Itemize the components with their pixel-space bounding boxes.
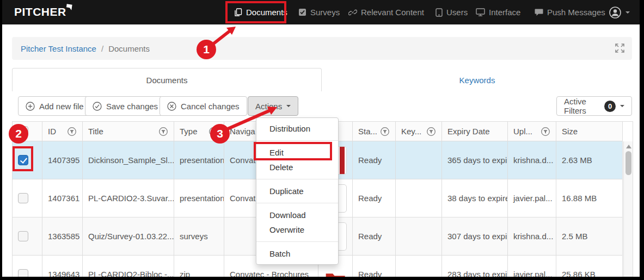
nav-item-relevant-content[interactable]: Relevant Content: [348, 0, 424, 24]
header-uploader[interactable]: Upl...: [508, 122, 556, 141]
breadcrumb-root-link[interactable]: Pitcher Test Instance: [21, 44, 96, 53]
nav-label: Surveys: [310, 8, 340, 17]
nav-item-push-messages[interactable]: Push Messages: [535, 0, 605, 24]
zip-folder-icon: [325, 269, 347, 278]
chevron-down-icon: [286, 105, 291, 107]
menu-item-batch[interactable]: Batch: [256, 246, 338, 261]
toolbar: Add new file Save changes Cancel changes…: [12, 91, 632, 121]
menu-divider: [256, 140, 338, 141]
nav-label: Push Messages: [547, 8, 605, 17]
row-checkbox[interactable]: [18, 269, 28, 277]
account-menu[interactable]: [609, 0, 630, 24]
header-expiry-date[interactable]: Expiry Date: [442, 122, 508, 141]
cancel-changes-button[interactable]: Cancel changes: [160, 96, 247, 116]
actions-button[interactable]: Actions: [248, 96, 298, 116]
cell-status: Ready: [353, 256, 396, 277]
expand-icon[interactable]: [615, 43, 624, 54]
cell-id: 1349643: [42, 256, 83, 277]
cell-keywords: [396, 256, 442, 277]
cell-id: 1407395: [42, 141, 83, 179]
annotation-box-row-checkbox: [13, 146, 33, 171]
button-label: Actions: [255, 102, 282, 111]
header-size[interactable]: Size: [556, 122, 623, 141]
menu-item-duplicate[interactable]: Duplicate: [256, 184, 338, 198]
filter-icon[interactable]: [426, 127, 436, 136]
cell-expiry: 365 days to expire: [442, 141, 508, 179]
nav-label: Relevant Content: [361, 8, 424, 17]
pitcher-logo-text: PITCHER: [14, 5, 66, 18]
cell-size: 2.63 MB: [556, 141, 623, 179]
push-messages-icon: [535, 8, 543, 16]
cell-type: zip: [174, 256, 224, 277]
cell-title: Dickinson_Sample_Sl...: [83, 141, 174, 179]
tab-documents[interactable]: Documents: [12, 68, 322, 92]
plus-circle-icon: [26, 102, 35, 111]
cell-status: Ready: [353, 141, 396, 179]
cell-keywords: [396, 179, 442, 217]
button-label: Add new file: [39, 102, 84, 111]
menu-item-delete[interactable]: Delete: [256, 160, 338, 175]
cell-keywords: [396, 217, 442, 256]
screenshot-frame: [0, 0, 2, 280]
cell-id: 1363585: [42, 217, 83, 256]
cell-size: 2.5 MB: [556, 217, 623, 256]
filter-icon[interactable]: [541, 127, 550, 136]
annotation-box-documents-nav: [225, 1, 286, 23]
button-label: Cancel changes: [181, 102, 240, 111]
nav-item-interface[interactable]: Interface: [476, 0, 520, 24]
filter-icon[interactable]: [67, 127, 77, 136]
save-changes-button[interactable]: Save changes: [85, 96, 165, 116]
filter-icon[interactable]: [380, 127, 390, 136]
menu-divider: [256, 203, 338, 203]
menu-divider: [256, 241, 338, 242]
chevron-down-icon: [620, 105, 624, 107]
row-checkbox[interactable]: [18, 231, 28, 241]
nav-item-surveys[interactable]: Surveys: [298, 0, 340, 24]
active-filters-button[interactable]: Active Filters 0: [556, 96, 632, 116]
scroll-up-icon[interactable]: [626, 145, 631, 148]
cell-expiry: 38 days to expire: [442, 179, 508, 217]
menu-item-overwrite[interactable]: Overwrite: [256, 222, 338, 237]
interface-icon: [476, 8, 485, 16]
header-title[interactable]: Title: [83, 122, 174, 141]
cell-size: 16.88 MB: [556, 179, 623, 217]
nav-item-users[interactable]: Users: [436, 0, 468, 24]
cell-size: 25.86 KB: [556, 256, 623, 277]
cell-uploader: krishna.d...: [508, 217, 556, 256]
cell-status: Ready: [353, 217, 396, 256]
breadcrumb-current: Documents: [108, 44, 150, 53]
pitcher-logo-flag-icon: [66, 4, 73, 11]
nav-label: Interface: [489, 8, 520, 17]
pitcher-logo[interactable]: PITCHER: [14, 5, 66, 18]
cell-uploader: javier.pal...: [508, 256, 556, 277]
cell-status: Ready: [353, 179, 396, 217]
annotation-box-edit-item: [254, 142, 332, 160]
menu-divider: [256, 179, 338, 179]
top-nav-bar: PITCHER Documents Surveys Relevant Conte…: [0, 0, 644, 24]
cell-type: presentation: [174, 141, 224, 179]
menu-item-download[interactable]: Download: [256, 208, 338, 222]
row-checkbox[interactable]: [18, 193, 28, 203]
annotation-step-3: 3: [210, 124, 230, 144]
button-label: Active Filters: [564, 97, 600, 115]
chevron-down-icon: [625, 11, 630, 14]
cell-expiry: 283 days to expire: [442, 256, 508, 277]
filter-icon[interactable]: [158, 127, 168, 136]
cell-uploader: krishna.d...: [508, 141, 556, 179]
header-status[interactable]: Sta...: [353, 122, 396, 141]
cell-type: surveys: [174, 217, 224, 256]
tab-keywords[interactable]: Keywords: [322, 68, 632, 92]
cell-title: Quiz/Survey-01.03.22...: [83, 217, 174, 256]
add-new-file-button[interactable]: Add new file: [18, 96, 91, 116]
users-icon: [436, 8, 443, 17]
cell-title: PL-CARDIO2-3.Suvar...: [83, 179, 174, 217]
header-id[interactable]: ID: [42, 122, 83, 141]
tab-bar: Documents Keywords: [12, 68, 632, 92]
cell-uploader: javier.pal...: [508, 179, 556, 217]
vertical-scrollbar[interactable]: [623, 141, 633, 277]
scrollbar-thumb[interactable]: [625, 151, 631, 175]
annotation-step-2: 2: [9, 124, 28, 144]
header-keywords[interactable]: Key...: [396, 122, 442, 141]
menu-item-distribution[interactable]: Distribution: [256, 121, 338, 136]
cell-title: PL-CARDIO2-Bibloc -...: [83, 256, 174, 277]
